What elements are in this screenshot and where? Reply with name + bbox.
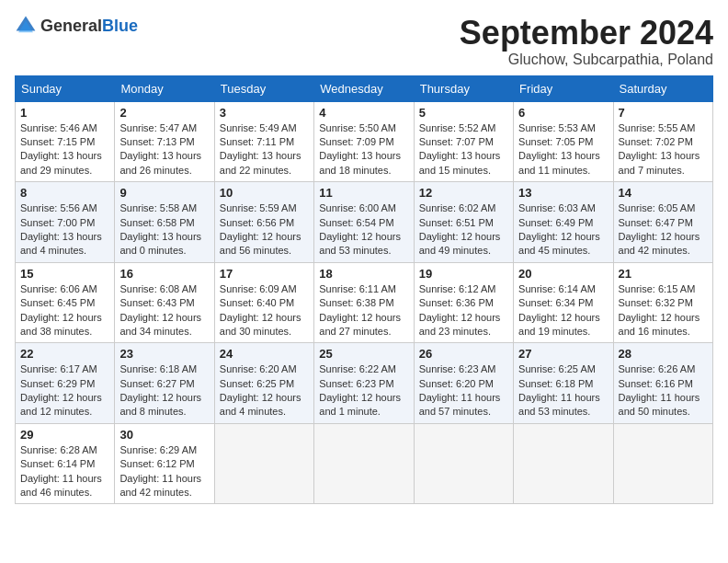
day-number: 5: [419, 106, 508, 120]
day-info: Sunrise: 6:00 AMSunset: 6:54 PMDaylight:…: [319, 201, 408, 259]
weekday-header-sunday: Sunday: [16, 75, 115, 101]
calendar-day-cell: 16Sunrise: 6:08 AMSunset: 6:43 PMDayligh…: [115, 262, 214, 343]
sunset-text: Sunset: 6:54 PM: [319, 216, 408, 230]
sunset-text: Sunset: 7:00 PM: [20, 216, 109, 230]
sunset-text: Sunset: 6:27 PM: [119, 377, 209, 391]
daylight-text: Daylight: 12 hours and 49 minutes.: [419, 230, 508, 259]
calendar-week-row: 1Sunrise: 5:46 AMSunset: 7:15 PMDaylight…: [16, 101, 713, 182]
sunrise-text: Sunrise: 6:06 AM: [20, 282, 109, 296]
calendar-day-cell: 30Sunrise: 6:29 AMSunset: 6:12 PMDayligh…: [115, 423, 214, 504]
calendar-day-cell: [414, 423, 513, 504]
calendar-day-cell: 4Sunrise: 5:50 AMSunset: 7:09 PMDaylight…: [314, 101, 414, 182]
sunset-text: Sunset: 6:45 PM: [20, 296, 109, 310]
sunrise-text: Sunrise: 6:15 AM: [619, 282, 708, 296]
calendar-table: SundayMondayTuesdayWednesdayThursdayFrid…: [15, 75, 713, 505]
daylight-text: Daylight: 12 hours and 34 minutes.: [119, 311, 209, 339]
day-info: Sunrise: 6:02 AMSunset: 6:51 PMDaylight:…: [419, 201, 508, 259]
day-number: 30: [119, 428, 209, 442]
daylight-text: Daylight: 13 hours and 0 minutes.: [119, 230, 209, 259]
calendar-day-cell: 28Sunrise: 6:26 AMSunset: 6:16 PMDayligh…: [613, 343, 712, 424]
day-number: 23: [119, 347, 209, 361]
day-info: Sunrise: 5:55 AMSunset: 7:02 PMDaylight:…: [619, 121, 708, 178]
sunrise-text: Sunrise: 6:18 AM: [119, 362, 209, 376]
day-info: Sunrise: 6:14 AMSunset: 6:34 PMDaylight:…: [518, 282, 608, 339]
calendar-day-cell: 21Sunrise: 6:15 AMSunset: 6:32 PMDayligh…: [613, 262, 712, 343]
day-number: 19: [419, 267, 508, 281]
day-info: Sunrise: 6:05 AMSunset: 6:47 PMDaylight:…: [619, 201, 708, 259]
daylight-text: Daylight: 12 hours and 45 minutes.: [518, 230, 608, 259]
sunset-text: Sunset: 7:05 PM: [518, 135, 608, 149]
day-number: 17: [220, 267, 309, 281]
calendar-day-cell: [314, 423, 414, 504]
calendar-week-row: 15Sunrise: 6:06 AMSunset: 6:45 PMDayligh…: [16, 262, 713, 343]
calendar-week-row: 22Sunrise: 6:17 AMSunset: 6:29 PMDayligh…: [16, 343, 713, 424]
calendar-day-cell: [613, 423, 712, 504]
calendar-day-cell: 2Sunrise: 5:47 AMSunset: 7:13 PMDaylight…: [115, 101, 214, 182]
day-number: 12: [419, 186, 508, 200]
day-info: Sunrise: 6:28 AMSunset: 6:14 PMDaylight:…: [20, 443, 109, 500]
calendar-day-cell: 6Sunrise: 5:53 AMSunset: 7:05 PMDaylight…: [514, 101, 613, 182]
calendar-day-cell: 24Sunrise: 6:20 AMSunset: 6:25 PMDayligh…: [214, 343, 313, 424]
logo: GeneralBlue: [15, 15, 138, 37]
sunset-text: Sunset: 7:15 PM: [20, 135, 109, 149]
sunset-text: Sunset: 6:29 PM: [20, 377, 109, 391]
sunrise-text: Sunrise: 6:09 AM: [220, 282, 309, 296]
sunrise-text: Sunrise: 6:12 AM: [419, 282, 508, 296]
day-info: Sunrise: 6:06 AMSunset: 6:45 PMDaylight:…: [20, 282, 109, 339]
logo-general: GeneralBlue: [40, 17, 138, 36]
sunrise-text: Sunrise: 5:59 AM: [220, 201, 309, 215]
day-info: Sunrise: 5:46 AMSunset: 7:15 PMDaylight:…: [20, 121, 109, 178]
weekday-header-wednesday: Wednesday: [314, 75, 414, 101]
daylight-text: Daylight: 11 hours and 57 minutes.: [419, 391, 508, 419]
sunset-text: Sunset: 6:58 PM: [119, 216, 209, 230]
month-title: September 2024: [460, 15, 713, 52]
daylight-text: Daylight: 13 hours and 29 minutes.: [20, 149, 109, 178]
day-number: 14: [619, 186, 708, 200]
day-number: 11: [319, 186, 408, 200]
sunset-text: Sunset: 6:51 PM: [419, 216, 508, 230]
sunrise-text: Sunrise: 6:05 AM: [619, 201, 708, 215]
sunrise-text: Sunrise: 5:46 AM: [20, 121, 109, 135]
day-number: 6: [518, 106, 608, 120]
calendar-day-cell: 23Sunrise: 6:18 AMSunset: 6:27 PMDayligh…: [115, 343, 214, 424]
calendar-day-cell: 22Sunrise: 6:17 AMSunset: 6:29 PMDayligh…: [16, 343, 115, 424]
sunset-text: Sunset: 7:09 PM: [319, 135, 408, 149]
daylight-text: Daylight: 12 hours and 1 minute.: [319, 391, 408, 419]
day-number: 22: [20, 347, 109, 361]
sunrise-text: Sunrise: 5:58 AM: [119, 201, 209, 215]
daylight-text: Daylight: 13 hours and 18 minutes.: [319, 149, 408, 178]
daylight-text: Daylight: 12 hours and 23 minutes.: [419, 311, 508, 339]
sunset-text: Sunset: 6:16 PM: [619, 377, 708, 391]
day-info: Sunrise: 6:23 AMSunset: 6:20 PMDaylight:…: [419, 362, 508, 419]
daylight-text: Daylight: 12 hours and 53 minutes.: [319, 230, 408, 259]
day-info: Sunrise: 6:15 AMSunset: 6:32 PMDaylight:…: [619, 282, 708, 339]
day-number: 9: [119, 186, 209, 200]
day-info: Sunrise: 5:59 AMSunset: 6:56 PMDaylight:…: [220, 201, 309, 259]
sunrise-text: Sunrise: 6:22 AM: [319, 362, 408, 376]
daylight-text: Daylight: 12 hours and 27 minutes.: [319, 311, 408, 339]
sunrise-text: Sunrise: 6:25 AM: [518, 362, 608, 376]
calendar-day-cell: [214, 423, 313, 504]
sunrise-text: Sunrise: 5:53 AM: [518, 121, 608, 135]
day-number: 13: [518, 186, 608, 200]
day-number: 24: [220, 347, 309, 361]
day-number: 10: [220, 186, 309, 200]
calendar-day-cell: 20Sunrise: 6:14 AMSunset: 6:34 PMDayligh…: [514, 262, 613, 343]
day-info: Sunrise: 5:58 AMSunset: 6:58 PMDaylight:…: [119, 201, 209, 259]
daylight-text: Daylight: 13 hours and 11 minutes.: [518, 149, 608, 178]
day-number: 26: [419, 347, 508, 361]
sunrise-text: Sunrise: 5:55 AM: [619, 121, 708, 135]
page-header: GeneralBlue September 2024 Gluchow, Subc…: [15, 15, 713, 68]
day-info: Sunrise: 5:52 AMSunset: 7:07 PMDaylight:…: [419, 121, 508, 178]
sunrise-text: Sunrise: 6:14 AM: [518, 282, 608, 296]
day-info: Sunrise: 5:49 AMSunset: 7:11 PMDaylight:…: [220, 121, 309, 178]
sunset-text: Sunset: 6:34 PM: [518, 296, 608, 310]
day-info: Sunrise: 6:26 AMSunset: 6:16 PMDaylight:…: [619, 362, 708, 419]
sunset-text: Sunset: 6:32 PM: [619, 296, 708, 310]
day-info: Sunrise: 6:18 AMSunset: 6:27 PMDaylight:…: [119, 362, 209, 419]
sunrise-text: Sunrise: 6:03 AM: [518, 201, 608, 215]
day-info: Sunrise: 6:17 AMSunset: 6:29 PMDaylight:…: [20, 362, 109, 419]
daylight-text: Daylight: 13 hours and 22 minutes.: [220, 149, 309, 178]
calendar-day-cell: 12Sunrise: 6:02 AMSunset: 6:51 PMDayligh…: [414, 182, 513, 263]
logo-icon: [15, 15, 37, 37]
